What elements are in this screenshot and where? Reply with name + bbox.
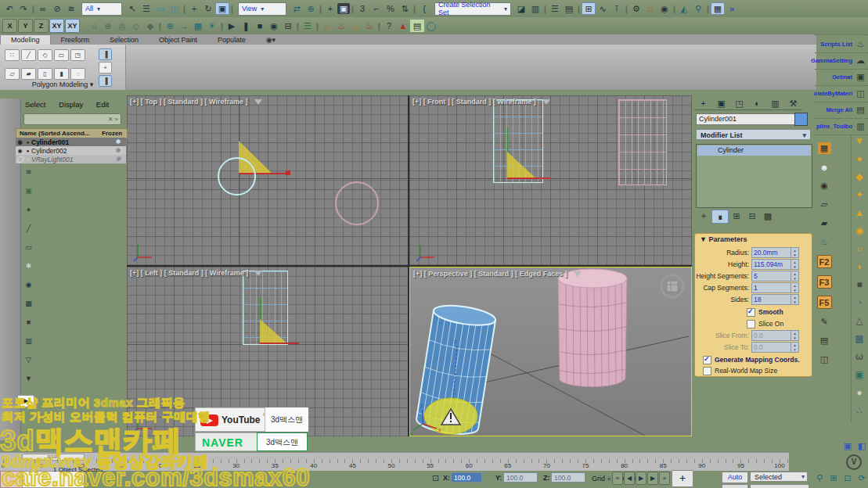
slice-from-spinner[interactable]: [791, 330, 799, 341]
viewport-front[interactable]: [+] [ Front ] [ Standard ] [ Wireframe ]: [409, 95, 692, 265]
teapot-iterative-icon[interactable]: ♨: [334, 20, 348, 32]
scripts-list-button[interactable]: Scripts List: [820, 41, 852, 48]
axis-y-button[interactable]: Y: [18, 19, 33, 33]
pause-icon[interactable]: ❚: [239, 20, 253, 32]
undo-icon[interactable]: ↶: [2, 2, 16, 15]
slice-from-field[interactable]: 0.0: [751, 330, 792, 341]
center-icon[interactable]: ⊕: [163, 20, 177, 32]
overlay-play-button[interactable]: ▶: [17, 395, 34, 407]
perspective-scene[interactable]: z z y x: [410, 267, 691, 436]
stop-icon[interactable]: ■: [253, 20, 267, 32]
cap-segments-field[interactable]: 1: [751, 282, 792, 293]
element-mode-icon[interactable]: ◳: [70, 49, 85, 61]
viewport-front-label[interactable]: [+] [ Front ] [ Standard ] [ Wireframe ]: [412, 98, 550, 106]
record-icon[interactable]: ◉: [267, 20, 281, 32]
visibility-eye-icon[interactable]: ◯: [16, 156, 24, 163]
manipulate-icon[interactable]: +: [323, 2, 337, 15]
create-selection-set-dropdown[interactable]: Create Selection Set: [434, 2, 511, 16]
toolbar-icon[interactable]: ❙: [624, 2, 629, 15]
hierarchy-tab-icon[interactable]: ◳: [730, 97, 748, 110]
zoom-extents-icon[interactable]: ⊡: [841, 472, 855, 484]
display-frozen-icon[interactable]: ❄: [23, 260, 35, 271]
prim-fire-icon[interactable]: ▣: [853, 368, 866, 380]
display-materials-icon[interactable]: ▩: [23, 297, 35, 309]
select-object-icon[interactable]: ↖: [125, 2, 139, 15]
snap-vertex-icon[interactable]: ◇: [129, 20, 143, 32]
zoom-all-icon[interactable]: ⊞: [827, 472, 841, 484]
notes-icon[interactable]: ▤: [410, 20, 424, 32]
toolbar-icon[interactable]: ❙: [412, 2, 417, 15]
export-file-icon[interactable]: ▰: [818, 217, 831, 229]
play-button[interactable]: ▶: [636, 472, 646, 485]
visibility-eye-icon[interactable]: ◉: [16, 139, 24, 145]
smiley-script-icon[interactable]: ☻: [818, 161, 831, 173]
filter-icon[interactable]: ▽: [23, 353, 35, 365]
render-icon[interactable]: ◭: [677, 2, 691, 15]
height-segments-field[interactable]: 5: [751, 271, 792, 282]
remove-modifier-icon[interactable]: ⊟: [744, 210, 760, 222]
toolbar-icon[interactable]: ❙: [219, 20, 225, 32]
orbit-icon[interactable]: ⟳: [855, 472, 868, 484]
viewport-top[interactable]: [+] [ Top ] [ Standard ] [ Wireframe ]: [127, 95, 408, 265]
grid-icon[interactable]: ▦: [191, 20, 205, 32]
tab-selection[interactable]: Selection: [99, 35, 149, 45]
height-field[interactable]: 115.094m: [751, 259, 792, 270]
gizmo-x-axis[interactable]: [260, 343, 299, 344]
edit-named-sel-icon[interactable]: {: [417, 2, 431, 15]
maxscript-mini-listener-pink[interactable]: [0, 471, 23, 488]
window-crossing-icon[interactable]: ◫: [167, 2, 182, 15]
modify-tab-icon[interactable]: ▣: [712, 97, 730, 110]
per-view-filter-icon[interactable]: [574, 271, 582, 277]
shrink-icon[interactable]: ▮: [54, 68, 69, 80]
frozen-snowflake-icon[interactable]: ❄: [110, 138, 126, 145]
explorer-search-input[interactable]: ✕ »: [23, 113, 121, 125]
grow-icon[interactable]: ▯: [38, 68, 52, 80]
display-spacewarps-icon[interactable]: ≋: [23, 166, 35, 178]
import-file-icon[interactable]: ▱: [818, 199, 831, 210]
prim-pyramid-icon[interactable]: △: [853, 314, 866, 326]
ring-icon[interactable]: ▱: [5, 68, 20, 80]
make-unique-icon[interactable]: ⊞: [729, 210, 744, 222]
x-coord-field[interactable]: 100.0: [451, 472, 482, 483]
ribbon-toggle-icon[interactable]: ⊞: [582, 2, 596, 15]
f5-script-icon[interactable]: F5: [817, 296, 832, 309]
explorer-row-cylinder001[interactable]: ◉ ● Cylinder001 ❄: [16, 138, 126, 146]
curve-editor-icon[interactable]: ∿: [596, 2, 610, 15]
prim-box-icon[interactable]: ■: [853, 278, 866, 290]
toolbar-icon[interactable]: ❙: [295, 20, 301, 32]
cap-segments-spinner[interactable]: [791, 282, 799, 293]
maxscript-mini-listener-white[interactable]: [22, 471, 85, 488]
light-icon[interactable]: ☀: [205, 20, 219, 32]
configure-modifier-sets-icon[interactable]: ▩: [760, 210, 776, 222]
mirror-tool-icon[interactable]: ◪: [514, 2, 528, 15]
render-setup-icon[interactable]: ♨: [643, 2, 657, 15]
snap-edge-icon[interactable]: ◆: [143, 20, 157, 32]
launch-icon[interactable]: ▲: [396, 20, 410, 32]
select-and-link-icon[interactable]: ∞: [36, 2, 50, 15]
info-icon[interactable]: ◯: [424, 20, 438, 32]
next-frame-button[interactable]: ▶: [647, 472, 658, 485]
link-display-icon[interactable]: ▥: [23, 335, 35, 346]
display-lights-icon[interactable]: ●: [23, 203, 35, 215]
prim-pattern-icon[interactable]: ▩: [853, 332, 866, 344]
slice-to-spinner[interactable]: [791, 342, 799, 353]
redo-icon[interactable]: ↷: [16, 2, 31, 15]
axis-xy2-button[interactable]: XY: [65, 19, 80, 33]
reference-coordinate-dropdown[interactable]: View: [238, 2, 286, 16]
mini-split-icon[interactable]: ◧: [855, 440, 868, 452]
display-containers-icon[interactable]: ▭: [23, 241, 35, 253]
sides-field[interactable]: 18: [751, 294, 792, 305]
radius-spinner[interactable]: [791, 247, 799, 258]
shape-circle-icon[interactable]: ●: [853, 152, 866, 164]
pivot-icon[interactable]: ⊕: [304, 2, 318, 15]
delete-key-icon[interactable]: ⊟: [281, 20, 295, 32]
go-start-button[interactable]: «: [612, 472, 623, 485]
prim-grass-icon[interactable]: ω: [853, 350, 866, 362]
radius-field[interactable]: 20.0mm: [751, 247, 792, 258]
scene-explorer-icon[interactable]: ☰: [548, 2, 562, 15]
unlink-selection-icon[interactable]: ⊘: [50, 2, 64, 15]
box-mode-icon[interactable]: ■: [23, 316, 35, 328]
gamma-setting-button[interactable]: GammaSetting: [811, 57, 852, 64]
teapot-render-icon[interactable]: ♨: [320, 20, 334, 32]
material-editor-icon[interactable]: ⚙: [629, 2, 643, 15]
